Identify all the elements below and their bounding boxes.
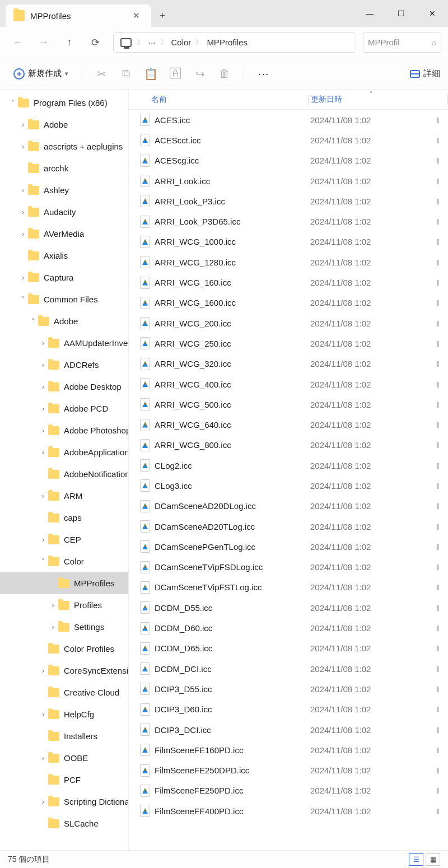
file-row[interactable]: FilmSceneFE160PD.icc2024/11/08 1:02I [129, 740, 448, 760]
rename-button[interactable]: 🄰 [164, 63, 186, 85]
file-row[interactable]: DCIP3_D55.icc2024/11/08 1:02I [129, 679, 448, 699]
tree-item[interactable]: ›CEP [0, 529, 128, 550]
tree-item[interactable]: ›HelpCfg [0, 703, 128, 725]
file-row[interactable]: DCDM_D65.icc2024/11/08 1:02I [129, 638, 448, 659]
tree-item[interactable]: AdobeNotification [0, 463, 128, 485]
file-row[interactable]: ARRI_WCG_250.icc2024/11/08 1:02I [129, 333, 448, 353]
icons-view-button[interactable]: ▦ [426, 853, 440, 866]
tree-item[interactable]: ›aescripts + aeplugins [0, 136, 128, 157]
tree-item[interactable]: SLCache [0, 813, 128, 834]
chevron-down-icon[interactable]: ˅ [28, 318, 38, 325]
maximize-button[interactable]: ☐ [385, 0, 417, 27]
file-row[interactable]: ACEScg.icc2024/11/08 1:02I [129, 151, 448, 171]
tree-item[interactable]: ›AVerMedia [0, 223, 128, 245]
file-row[interactable]: ARRI_WCG_1000.icc2024/11/08 1:02I [129, 232, 448, 252]
tree-item[interactable]: ›AAMUpdaterInventory [0, 332, 128, 354]
column-name[interactable]: 名前 [129, 95, 308, 105]
file-row[interactable]: DCamSceneTVipFSTLog.icc2024/11/08 1:02I [129, 577, 448, 598]
chevron-right-icon[interactable]: › [38, 361, 48, 369]
chevron-right-icon[interactable]: › [18, 208, 28, 216]
details-view-button[interactable]: ☰ [409, 853, 423, 866]
chevron-right-icon[interactable]: › [38, 754, 48, 762]
tree-item[interactable]: ›Captura [0, 267, 128, 288]
tree-item[interactable]: ›ARM [0, 485, 128, 507]
tree-item[interactable]: caps [0, 507, 128, 529]
file-row[interactable]: ARRI_Look_P3D65.icc2024/11/08 1:02I [129, 211, 448, 231]
tree-item[interactable]: PCF [0, 769, 128, 791]
tree-item[interactable]: ˅Program Files (x86) [0, 92, 128, 114]
tree-item[interactable]: Color Profiles [0, 638, 128, 660]
close-button[interactable]: ✕ [417, 0, 448, 27]
file-row[interactable]: DCamSceneAD20TLog.icc2024/11/08 1:02I [129, 516, 448, 536]
file-row[interactable]: DCDM_D55.icc2024/11/08 1:02I [129, 598, 448, 618]
tree-item[interactable]: Axialis [0, 245, 128, 267]
column-date[interactable]: 更新日時 [309, 95, 447, 105]
chevron-right-icon[interactable]: › [18, 274, 28, 282]
file-row[interactable]: ARRI_WCG_800.icc2024/11/08 1:02I [129, 435, 448, 455]
chevron-right-icon[interactable]: › [38, 427, 48, 435]
chevron-right-icon[interactable]: › [38, 449, 48, 456]
file-row[interactable]: DCIP3_D60.icc2024/11/08 1:02I [129, 699, 448, 720]
file-row[interactable]: ARRI_WCG_320.icc2024/11/08 1:02I [129, 354, 448, 374]
tree-item[interactable]: ›Scripting Dictionaries [0, 791, 128, 813]
address-bar[interactable]: 〉 ··· 〉 Color 〉 MPProfiles [113, 32, 356, 53]
more-button[interactable]: ⋯ [252, 63, 274, 85]
tree-item[interactable]: arcchk [0, 157, 128, 179]
file-row[interactable]: ACES.icc2024/11/08 1:02I [129, 110, 448, 130]
minimize-button[interactable]: — [354, 0, 385, 27]
file-row[interactable]: ARRI_WCG_1600.icc2024/11/08 1:02I [129, 293, 448, 313]
chevron-right-icon[interactable]: › [38, 383, 48, 391]
tab-close-button[interactable]: ✕ [129, 8, 143, 23]
tree-item[interactable]: ›Settings [0, 616, 128, 638]
file-row[interactable]: ARRI_WCG_1280.icc2024/11/08 1:02I [129, 252, 448, 272]
chevron-right-icon[interactable]: › [18, 121, 28, 129]
pc-icon[interactable] [117, 38, 136, 47]
chevron-down-icon[interactable]: ˅ [18, 296, 28, 304]
chevron-right-icon[interactable]: › [38, 711, 48, 718]
chevron-right-icon[interactable]: › [48, 601, 58, 609]
chevron-right-icon[interactable]: › [48, 623, 58, 631]
file-row[interactable]: ARRI_WCG_500.icc2024/11/08 1:02I [129, 394, 448, 414]
breadcrumb-mpprofiles[interactable]: MPProfiles [203, 38, 251, 47]
file-row[interactable]: FilmSceneFE400PD.icc2024/11/08 1:02I [129, 801, 448, 821]
tab-active[interactable]: MPProfiles ✕ [6, 4, 151, 27]
tree-item[interactable]: MPProfiles [0, 572, 128, 594]
tree-item[interactable]: ˅Common Files [0, 288, 128, 310]
new-button[interactable]: + 新規作成 ▾ [8, 65, 74, 83]
forward-button[interactable]: → [32, 31, 55, 54]
chevron-right-icon[interactable]: › [38, 798, 48, 806]
tree-item[interactable]: Creative Cloud [0, 682, 128, 703]
copy-button[interactable]: ⧉ [115, 63, 137, 85]
chevron-right-icon[interactable]: › [38, 667, 48, 675]
tree-item[interactable]: ›ADCRefs [0, 354, 128, 376]
file-row[interactable]: DCDM_D60.icc2024/11/08 1:02I [129, 618, 448, 638]
file-row[interactable]: ARRI_WCG_200.icc2024/11/08 1:02I [129, 313, 448, 333]
detail-pane-button[interactable]: 詳細 [410, 68, 440, 79]
chevron-right-icon[interactable]: › [38, 405, 48, 413]
chevron-right-icon[interactable]: 〉 [159, 38, 168, 47]
new-tab-button[interactable]: + [151, 4, 174, 27]
nav-tree[interactable]: ˅Program Files (x86)›Adobe›aescripts + a… [0, 90, 129, 850]
chevron-right-icon[interactable]: 〉 [136, 38, 145, 47]
chevron-right-icon[interactable]: › [18, 143, 28, 151]
tree-item[interactable]: ›AdobeApplication [0, 441, 128, 463]
paste-button[interactable]: 📋 [139, 63, 162, 85]
chevron-right-icon[interactable]: › [38, 339, 48, 347]
file-row[interactable]: DCDM_DCI.icc2024/11/08 1:02I [129, 659, 448, 679]
tree-item[interactable]: ›Adobe Photoshop [0, 419, 128, 441]
tree-item[interactable]: ›Ashley [0, 179, 128, 201]
file-row[interactable]: ARRI_Look.icc2024/11/08 1:02I [129, 171, 448, 191]
column-header[interactable]: ˄ 名前 更新日時 [129, 90, 448, 110]
file-row[interactable]: ARRI_WCG_400.icc2024/11/08 1:02I [129, 374, 448, 394]
refresh-button[interactable]: ⟳ [84, 31, 106, 54]
tree-item[interactable]: ›Audacity [0, 201, 128, 223]
delete-button[interactable]: 🗑 [213, 63, 236, 85]
file-row[interactable]: DCIP3_DCI.icc2024/11/08 1:02I [129, 720, 448, 740]
chevron-right-icon[interactable]: 〉 [194, 38, 203, 47]
file-row[interactable]: FilmSceneFE250PD.icc2024/11/08 1:02I [129, 781, 448, 801]
share-button[interactable]: ↪ [189, 63, 211, 85]
file-row[interactable]: ARRI_WCG_640.icc2024/11/08 1:02I [129, 414, 448, 435]
breadcrumb-overflow[interactable]: ··· [145, 38, 159, 47]
file-row[interactable]: DCamSceneTVipFSDLog.icc2024/11/08 1:02I [129, 557, 448, 577]
tree-item[interactable]: ›Adobe [0, 114, 128, 136]
